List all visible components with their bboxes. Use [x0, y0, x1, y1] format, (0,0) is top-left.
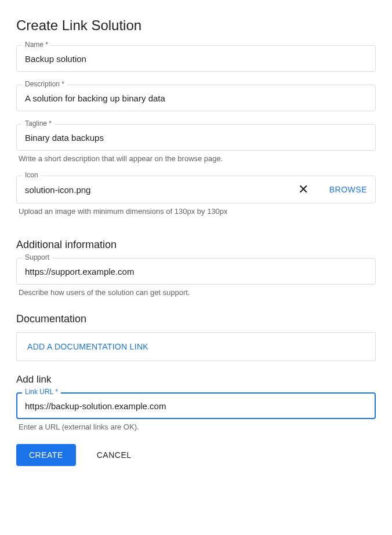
- create-button[interactable]: CREATE: [16, 444, 76, 466]
- support-field: Support https://support.example.com: [16, 258, 376, 285]
- form-actions: CREATE CANCEL: [16, 444, 376, 466]
- description-field: Description * A solution for backing up …: [16, 85, 376, 111]
- linkurl-helper: Enter a URL (external links are OK).: [19, 423, 376, 431]
- support-input[interactable]: https://support.example.com: [16, 258, 376, 285]
- page-title: Create Link Solution: [16, 17, 376, 34]
- linkurl-input[interactable]: https://backup-solution.example.com: [16, 392, 376, 419]
- browse-button[interactable]: BROWSE: [329, 185, 367, 194]
- name-label: Name *: [22, 41, 51, 49]
- addlink-heading: Add link: [16, 374, 376, 385]
- support-helper: Describe how users of the solution can g…: [19, 288, 376, 297]
- tagline-label: Tagline *: [22, 119, 55, 128]
- linkurl-label: Link URL *: [22, 388, 61, 396]
- name-value: Backup solution: [25, 54, 367, 64]
- support-label: Support: [22, 253, 52, 261]
- tagline-helper: Write a short description that will appe…: [19, 154, 376, 163]
- icon-field: Icon solution-icon.png ✕ BROWSE: [16, 176, 376, 203]
- name-input[interactable]: Backup solution: [16, 45, 376, 72]
- tagline-value: Binary data backups: [25, 133, 367, 143]
- support-value: https://support.example.com: [25, 267, 367, 276]
- description-value: A solution for backing up binary data: [25, 93, 367, 103]
- description-input[interactable]: A solution for backing up binary data: [16, 85, 376, 111]
- close-icon[interactable]: ✕: [298, 183, 308, 196]
- tagline-field: Tagline * Binary data backups: [16, 124, 376, 151]
- add-documentation-button[interactable]: ADD A DOCUMENTATION LINK: [16, 332, 376, 361]
- icon-label: Icon: [22, 171, 41, 179]
- documentation-heading: Documentation: [16, 313, 376, 325]
- linkurl-value: https://backup-solution.example.com: [25, 401, 367, 411]
- additional-heading: Additional information: [16, 239, 376, 251]
- description-label: Description *: [22, 80, 67, 88]
- icon-input[interactable]: solution-icon.png ✕ BROWSE: [16, 176, 376, 203]
- cancel-button[interactable]: CANCEL: [93, 450, 135, 460]
- tagline-input[interactable]: Binary data backups: [16, 124, 376, 151]
- linkurl-field: Link URL * https://backup-solution.examp…: [16, 392, 376, 419]
- icon-helper: Upload an image with minimum dimensions …: [19, 207, 376, 216]
- icon-value: solution-icon.png: [25, 185, 288, 195]
- name-field: Name * Backup solution: [16, 45, 376, 72]
